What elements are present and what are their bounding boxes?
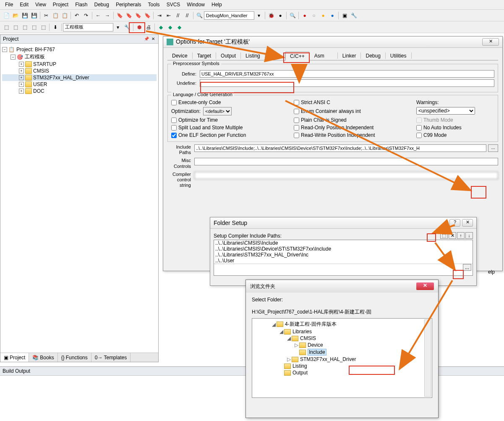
- include-paths-input[interactable]: [194, 144, 486, 152]
- path-item[interactable]: ..\..\Libraries\STM32F7xx_HAL_Driver\Inc: [214, 252, 473, 258]
- folder-help-button[interactable]: ?: [449, 219, 460, 227]
- folder-down-button[interactable]: ↓: [465, 232, 473, 239]
- green2-icon[interactable]: ◆: [166, 24, 174, 31]
- include-paths-browse-button[interactable]: ...: [488, 144, 498, 152]
- define-input[interactable]: [200, 70, 494, 78]
- opt-time-checkbox[interactable]: [171, 118, 177, 123]
- options-icon[interactable]: 🔧: [123, 24, 131, 31]
- bookmark-prev-icon[interactable]: 🔖: [125, 12, 133, 19]
- target-node[interactable]: 工程模板: [25, 53, 45, 60]
- undefine-input[interactable]: [200, 79, 494, 87]
- path-browse-button[interactable]: ...: [463, 264, 471, 271]
- manage-icon[interactable]: ⬢: [136, 24, 143, 31]
- tab-device[interactable]: Device: [167, 51, 192, 60]
- options-titlebar[interactable]: Options for Target '工程模板' ✕: [163, 37, 502, 48]
- tree-node[interactable]: CMSIS: [300, 335, 316, 341]
- no-auto-checkbox[interactable]: [416, 125, 422, 131]
- project-root[interactable]: Project: BH-F767: [16, 47, 55, 52]
- browse-tree[interactable]: ◢4-新建工程-固件库版本 ◢Libraries ◢CMSIS ▷Device …: [252, 318, 432, 398]
- enum-container-checkbox[interactable]: [294, 109, 299, 114]
- tree-toggle[interactable]: −: [2, 47, 7, 52]
- comment-icon[interactable]: //: [174, 12, 182, 19]
- tree-toggle[interactable]: −: [10, 55, 16, 60]
- tab-target[interactable]: Target: [193, 51, 216, 60]
- cut-icon[interactable]: ✂: [42, 12, 50, 19]
- stop-build-icon[interactable]: ⬚: [39, 24, 47, 31]
- print-icon[interactable]: 🖨: [145, 24, 152, 31]
- bookmark-icon[interactable]: 🔖: [116, 12, 123, 19]
- tab-listing[interactable]: Listing: [241, 51, 265, 60]
- folder-up-button[interactable]: ↑: [457, 232, 465, 239]
- paste-icon[interactable]: 📋: [61, 12, 68, 19]
- zoom-icon[interactable]: 🔍: [289, 12, 296, 19]
- folder-user[interactable]: USER: [33, 81, 47, 87]
- build-icon[interactable]: ⬚: [12, 24, 19, 31]
- panel-pin-icon[interactable]: 📌: [144, 37, 149, 42]
- tree-toggle[interactable]: +: [19, 82, 24, 87]
- rw-pi-checkbox[interactable]: [294, 133, 299, 138]
- compiler-string-input[interactable]: [194, 172, 498, 179]
- bookmark-next-icon[interactable]: 🔖: [134, 12, 142, 19]
- tab-utilities[interactable]: Utilities: [386, 51, 411, 60]
- window-icon[interactable]: ▣: [341, 12, 348, 19]
- plain-char-checkbox[interactable]: [294, 118, 299, 123]
- menu-debug[interactable]: Debug: [91, 1, 112, 8]
- folder-paths-list[interactable]: ..\..\Libraries\CMSIS\Include ..\..\Libr…: [214, 240, 473, 276]
- tab-templates[interactable]: 0→Templates: [91, 353, 131, 362]
- exec-only-checkbox[interactable]: [171, 100, 177, 105]
- copy-icon[interactable]: 📋: [52, 12, 59, 19]
- tab-asm[interactable]: Asm: [310, 51, 329, 60]
- open-icon[interactable]: 📂: [12, 12, 19, 19]
- tree-toggle[interactable]: +: [19, 75, 24, 80]
- browse-close-button[interactable]: ✕: [416, 282, 434, 290]
- optimization-select[interactable]: <default>: [203, 107, 232, 115]
- find-dropdown-icon[interactable]: ▾: [255, 12, 263, 19]
- folder-delete-button[interactable]: ✕: [449, 232, 456, 239]
- target-select[interactable]: [63, 23, 113, 31]
- tree-node[interactable]: 4-新建工程-固件库版本: [285, 321, 337, 328]
- path-item[interactable]: ..\..\Libraries\CMSIS\Device\ST\STM32F7x…: [214, 246, 473, 252]
- menu-window[interactable]: Window: [183, 1, 208, 8]
- redo-icon[interactable]: ↷: [82, 12, 90, 19]
- path-item[interactable]: ..\..\Libraries\CMSIS\Include: [214, 240, 473, 246]
- save-all-icon[interactable]: 💾: [30, 12, 38, 19]
- menu-edit[interactable]: Edit: [16, 1, 32, 8]
- tree-node[interactable]: Output: [292, 370, 308, 376]
- tab-debug[interactable]: Debug: [361, 51, 385, 60]
- tab-books[interactable]: 📚Books: [29, 353, 57, 362]
- gray-dot-icon[interactable]: ○: [310, 12, 318, 19]
- save-icon[interactable]: 💾: [21, 12, 29, 19]
- tab-project[interactable]: ▣Project: [0, 353, 29, 362]
- menu-svcs[interactable]: SVCS: [163, 1, 184, 8]
- nav-back-icon[interactable]: ←: [94, 12, 102, 19]
- menu-view[interactable]: View: [32, 1, 50, 8]
- find-icon[interactable]: 🔍: [196, 12, 203, 19]
- menu-peripherals[interactable]: Peripherals: [112, 1, 145, 8]
- translate-icon[interactable]: ⬚: [3, 24, 10, 31]
- strict-ansi-checkbox[interactable]: [294, 100, 299, 105]
- warnings-select[interactable]: <unspecified>: [416, 107, 475, 115]
- tree-node[interactable]: Listing: [292, 363, 307, 369]
- tree-toggle[interactable]: +: [19, 68, 24, 73]
- scrollbar[interactable]: [424, 319, 431, 397]
- tab-linker[interactable]: Linker: [338, 51, 361, 60]
- menu-flash[interactable]: Flash: [72, 1, 91, 8]
- folder-hal[interactable]: STM32F7xx_HAL_Driver: [33, 75, 89, 81]
- tab-user[interactable]: User: [265, 51, 285, 60]
- folder-startup[interactable]: STARTUP: [33, 61, 56, 67]
- folder-cmsis[interactable]: CMSIS: [33, 68, 49, 74]
- panel-close-icon[interactable]: ✕: [151, 37, 156, 42]
- tree-node[interactable]: Device: [308, 342, 323, 348]
- tree-node[interactable]: Libraries: [292, 329, 312, 335]
- menu-tools[interactable]: Tools: [145, 1, 163, 8]
- red-dot-icon[interactable]: ●: [301, 12, 308, 19]
- blue-dot-icon[interactable]: ●: [329, 12, 336, 19]
- misc-controls-input[interactable]: [194, 158, 498, 165]
- debug-icon[interactable]: 🐞: [267, 12, 275, 19]
- new-icon[interactable]: 📄: [3, 12, 10, 19]
- nav-fwd-icon[interactable]: →: [104, 12, 111, 19]
- menu-project[interactable]: Project: [50, 1, 72, 8]
- outdent-icon[interactable]: ⇤: [165, 12, 172, 19]
- rebuild-icon[interactable]: ⬚: [21, 24, 29, 31]
- folder-new-button[interactable]: ⬚: [440, 232, 448, 239]
